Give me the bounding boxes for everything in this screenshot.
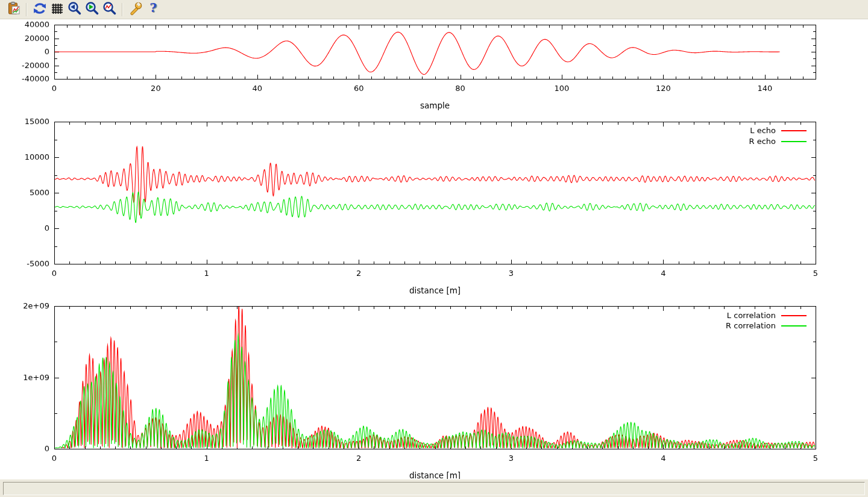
plot-canvas[interactable] [0,19,868,479]
zoom-next-button[interactable] [84,1,100,17]
magnifier-left-arrow-icon [68,1,82,17]
magnifier-right-arrow-icon [85,1,99,17]
wrench-icon [128,1,143,17]
gnuplot-window: ? ? 02040608010012014040000200000-20000-… [0,0,868,497]
refresh-icon [33,1,47,17]
plot-canvas-area: 02040608010012014040000200000-20000-4000… [0,19,868,479]
clipboard-plot-icon [7,1,21,17]
help-button[interactable]: ? ? [145,1,161,17]
copy-to-clipboard-button[interactable] [5,1,22,17]
toolbar-separator [26,3,27,16]
svg-text:?: ? [149,1,157,15]
toolbar: ? ? [0,0,868,19]
toolbar-separator [122,3,123,16]
apply-zoom-button[interactable] [101,1,118,17]
grid-icon [50,1,64,17]
replot-button[interactable] [31,1,48,17]
question-mark-icon: ? ? [146,1,160,17]
zoom-previous-button[interactable] [66,1,83,17]
magnifier-plot-icon [102,1,117,17]
configure-button[interactable] [127,1,143,17]
status-bar [0,479,868,497]
toggle-grid-button[interactable] [49,1,65,17]
status-field [3,482,865,495]
